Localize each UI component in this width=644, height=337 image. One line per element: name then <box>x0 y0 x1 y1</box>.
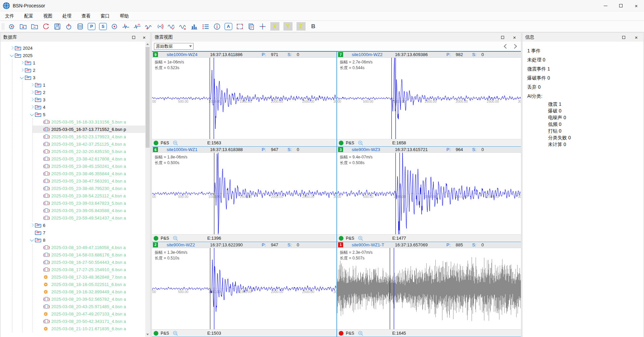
tree-file-item[interactable]: 2025-03-08_17-33-48.362848_7.bsn a <box>33 273 145 281</box>
wave-flag-icon[interactable] <box>178 22 188 31</box>
zoom-in-icon[interactable] <box>173 331 178 337</box>
prev-event-button[interactable] <box>503 45 507 48</box>
tree-folder-item[interactable]: 4 <box>22 103 145 111</box>
tree-file-item[interactable]: {}2025-03-05_23-38-54.225112_4.bsn a <box>33 192 145 199</box>
tree-file-item[interactable]: {}2025-03-05_23-38-42.617808_4.bsn a <box>33 155 145 162</box>
ps-toggle[interactable]: P&S <box>161 235 169 242</box>
tree-file-item[interactable]: {}2025-03-08_20-39-52.565782_4.bsn a <box>33 295 145 303</box>
waveform-plot[interactable]: 振幅 = 1e-06m/s长度 = 0.523s <box>152 58 336 139</box>
wave-filter-icon[interactable] <box>166 22 176 31</box>
tree-folder-item[interactable]: 1 <box>12 59 145 66</box>
expand-arrow-icon[interactable] <box>9 45 15 51</box>
locate-icon[interactable] <box>109 22 119 31</box>
waveform-panel-1[interactable]: 9site1000m-WZ416:37:13.611886P:971S:0振幅 … <box>152 52 336 147</box>
menu-item-0[interactable]: 文件 <box>0 11 19 21</box>
tree-file-item[interactable]: {}2025-03-08_14-58-03.686176_6.bsn a <box>33 251 145 258</box>
tree-folder-item[interactable]: 1 <box>22 81 145 89</box>
tree-folder-item[interactable]: 2025 <box>1 52 145 59</box>
expand-arrow-icon[interactable] <box>19 60 25 65</box>
tree-file-item[interactable]: {}2025-03-05_23-38-48.795230_4.bsn a <box>33 185 145 192</box>
info-float-button[interactable] <box>619 33 629 42</box>
save-icon[interactable] <box>52 22 62 31</box>
tree-file-item[interactable]: {}2025-03-08_16-27-50.554443_4.bsn a <box>33 258 145 266</box>
expand-arrow-icon[interactable] <box>30 223 35 228</box>
waveform-plot[interactable]: 振幅 = 2.7e-06m/s长度 = 0.544s <box>337 58 521 139</box>
crosshair-icon[interactable] <box>258 22 268 31</box>
expand-arrow-icon[interactable] <box>30 82 35 88</box>
database-close-button[interactable]: × <box>139 33 149 42</box>
waveform-panel-3[interactable]: 6site1000m-WZ116:37:13.618388P:947S:0振幅 … <box>152 147 336 242</box>
tree-folder-item[interactable]: 7 <box>22 229 145 236</box>
waveform-panel-5[interactable]: 2site900m-WZ216:37:13.622390P:947S:0振幅 =… <box>152 242 336 337</box>
report-icon[interactable] <box>246 22 256 31</box>
tree-file-item[interactable]: {}2025-03-05_18-42-37.251125_4.bsn a <box>33 140 145 148</box>
tree-folder-item[interactable]: 6 <box>22 222 145 229</box>
scroll-down-icon[interactable] <box>145 332 150 337</box>
wave-adjust-icon[interactable] <box>132 22 142 31</box>
waveform-panel-2[interactable]: 7site1000m-WZ216:37:13.609386P:982S:0振幅 … <box>336 52 521 147</box>
tree-folder-item[interactable]: 3 <box>22 96 145 103</box>
tree-file-item[interactable]: {}2025-03-08_20-50-42.343171_4.bsn a <box>33 318 145 325</box>
toolbar-grip[interactable] <box>2 23 4 30</box>
tree-folder-item[interactable]: 5 <box>22 111 145 118</box>
zoom-in-icon[interactable] <box>173 140 178 147</box>
p-pick-button[interactable]: P <box>87 22 97 31</box>
waveform-float-button[interactable] <box>497 33 507 42</box>
bold-b-button[interactable]: B <box>308 22 318 31</box>
label-a-button[interactable]: A <box>223 22 233 31</box>
zoom-in-icon[interactable] <box>358 140 364 147</box>
tree-file-item[interactable]: {}2025-03-05_16-52-23.179923_4.bsn a <box>33 133 145 140</box>
axis-x-button[interactable]: X <box>270 22 279 31</box>
tree-folder-item[interactable]: 2024 <box>1 44 145 52</box>
ps-toggle[interactable]: P&S <box>346 330 354 337</box>
expand-arrow-icon[interactable] <box>19 67 25 73</box>
waveform-panel-4[interactable]: 3site900m-WZ316:37:13.615721P:964S:0振幅 =… <box>336 147 521 242</box>
power-icon[interactable] <box>64 22 74 31</box>
histogram-icon[interactable] <box>189 22 199 31</box>
tree-file-item[interactable]: {}2025-03-05_16-16-33.313156_5.bsn a <box>33 118 145 126</box>
database-float-button[interactable] <box>128 33 139 42</box>
waveform-plot[interactable]: 振幅 = 1.8e-06m/s长度 = 0.500s <box>152 153 336 234</box>
tree-file-item[interactable]: 2025-03-08_21-10-21.671835_6.bsn a <box>33 325 145 332</box>
next-event-button[interactable] <box>513 45 516 48</box>
waveform-plot[interactable]: 振幅 = 9.4e-07m/s长度 = 0.508s <box>337 153 521 234</box>
axis-z-button[interactable]: Z <box>297 22 306 31</box>
tree-file-item[interactable]: {}2025-03-05_16-37-13.771552_6.bsn p <box>33 126 145 133</box>
data-mode-select[interactable]: 原始数据 <box>154 43 194 50</box>
region-select-icon[interactable] <box>235 22 245 31</box>
tree-folder-item[interactable]: 2 <box>22 89 145 96</box>
waveform-plot[interactable]: 振幅 = 1.3e-06m/s长度 = 0.510s <box>152 248 336 329</box>
ps-toggle[interactable]: P&S <box>346 139 354 147</box>
zoom-in-icon[interactable] <box>358 236 364 242</box>
settings-gear-icon[interactable] <box>7 22 17 31</box>
database-icon[interactable] <box>75 22 85 31</box>
zoom-in-icon[interactable] <box>173 236 178 242</box>
wave-pick-icon[interactable] <box>121 22 131 31</box>
waveform-close-button[interactable]: × <box>509 33 520 42</box>
tree-file-item[interactable]: {}2025-03-05_23-39-03.647823_5.bsn a <box>33 199 145 207</box>
collapse-arrow-icon[interactable] <box>19 75 25 80</box>
menu-item-3[interactable]: 处理 <box>57 11 76 21</box>
waveform-panel-6[interactable]: 1site900m-WZ1-T16:37:13.657069P:885S:0振幅… <box>336 242 521 337</box>
ps-toggle[interactable]: P&S <box>346 235 354 242</box>
maximize-button[interactable] <box>613 0 629 11</box>
tree-folder-item[interactable]: 8 <box>22 236 145 244</box>
wave-review-icon[interactable] <box>144 22 154 31</box>
expand-arrow-icon[interactable] <box>30 97 35 102</box>
menu-item-6[interactable]: 帮助 <box>115 11 134 21</box>
tree-file-item[interactable]: {}2025-03-05_23-38-47.563281_4.bsn a <box>33 177 145 185</box>
tree-file-item[interactable]: {}2025-03-05_23-38-46.355844_4.bsn a <box>33 170 145 177</box>
tree-scrollbar-thumb[interactable] <box>146 47 150 148</box>
tree-file-item[interactable]: {}2025-03-08_10-49-47.116058_4.bsn a <box>33 244 145 251</box>
axis-y-button[interactable]: Y <box>283 22 292 31</box>
folder-edit-icon[interactable] <box>30 22 40 31</box>
minimize-button[interactable] <box>598 0 613 11</box>
info-close-button[interactable]: × <box>631 33 641 42</box>
menu-item-2[interactable]: 视图 <box>38 11 57 21</box>
tree-file-item[interactable]: {}2025-03-05_23-39-05.843588_4.bsn a <box>33 207 145 214</box>
tree-file-item[interactable]: {}2025-03-05_23-38-45.150241_4.bsn a <box>33 162 145 170</box>
refresh-icon[interactable] <box>41 22 51 31</box>
scroll-up-icon[interactable] <box>145 42 150 47</box>
tree-file-item[interactable]: 2025-03-08_20-47-49.207103_4.bsn a <box>33 310 145 318</box>
menu-item-1[interactable]: 配置 <box>19 11 38 21</box>
